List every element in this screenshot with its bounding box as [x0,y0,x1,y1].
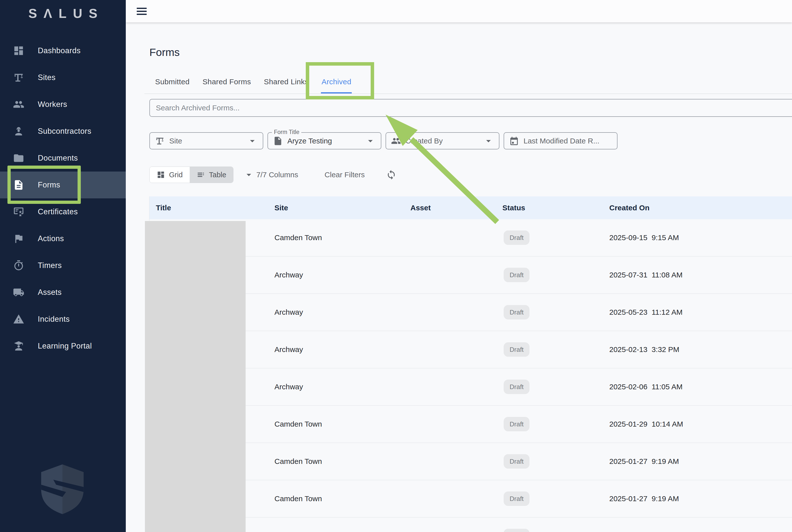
sidebar-item-label: Learning Portal [38,342,92,350]
table-row[interactable]: Archway Draft 2025-02-13 3:32 PM [149,331,792,368]
people-icon [391,136,401,146]
sidebar-item[interactable]: Learning Portal [0,332,126,359]
cell-created-on: 2025-05-23 11:12 AM [609,308,683,317]
tab-label: Shared Links [264,78,309,86]
sidebar-item[interactable]: Workers [0,91,126,118]
table-row[interactable]: Camden Town Draft 2025-01-29 10:14 AM [149,406,792,443]
folder-icon [13,152,24,164]
cell-site: Archway [274,383,303,391]
sidebar-item[interactable]: Sites [0,64,126,91]
status-badge: Draft [504,454,529,469]
status-badge: Draft [504,305,529,320]
sidebar: SΛLUS Dashboards Sites Workers [0,0,126,532]
tabs-divider [144,93,792,94]
view-toggle: Grid Table [149,167,233,183]
cell-created-on: 2025-09-15 9:15 AM [609,233,679,242]
filter-label: Aryze Testing [287,137,365,145]
status-badge: Draft [504,342,529,357]
status-badge: Draft [504,380,529,394]
dashboard-icon [13,45,24,56]
sidebar-item-label: Sites [38,73,55,82]
filter-dropdown[interactable]: Created By [386,132,499,149]
filter-dropdown[interactable]: Site [149,132,263,149]
certificate-icon [13,206,24,217]
annotation-highlight-archived-tab [306,62,374,99]
crane-icon [155,136,165,146]
sidebar-item-label: Assets [38,288,62,297]
cell-site: Camden Town [274,420,322,428]
filter-dropdown[interactable]: Form Title Aryze Testing [268,132,381,149]
menu-icon[interactable] [137,6,147,16]
columns-dropdown-icon[interactable] [244,169,254,180]
sidebar-item[interactable]: Actions [0,225,126,252]
cell-site: Camden Town [274,457,322,466]
table-row[interactable]: Archway Draft 2025-07-31 11:08 AM [149,256,792,294]
table-row[interactable]: Camden Town Draft 2025-09-15 9:15 AM [149,219,792,256]
sidebar-item-label: Incidents [38,315,70,324]
column-header-created-on: Created On [609,204,650,212]
table-row-partial[interactable]: Draft [149,518,792,532]
cell-created-on: 2025-02-13 3:32 PM [609,345,679,354]
sidebar-item[interactable]: Timers [0,252,126,279]
tab-label: Shared Forms [202,78,251,86]
sidebar-item-label: Workers [38,100,67,109]
table-list-icon [197,171,205,179]
engineer-icon [13,126,24,137]
cell-created-on: 2025-01-27 9:19 AM [609,494,679,503]
graduate-icon [13,340,24,352]
cell-created-on: 2025-01-29 10:14 AM [609,420,683,428]
tab[interactable]: Submitted [149,70,196,94]
people-icon [13,99,24,110]
table-row[interactable]: Archway Draft 2025-05-23 11:12 AM [149,294,792,331]
search-box [149,99,792,117]
columns-selector[interactable]: 7/7 Columns [256,171,298,179]
status-badge: Draft [504,492,529,506]
view-toolbar: Grid Table 7/7 Columns Clear Filters [149,167,397,183]
sidebar-item-label: Actions [38,234,64,243]
table-view-button[interactable]: Table [190,167,233,183]
cell-site: Archway [274,308,303,317]
sidebar-item-label: Subcontractors [38,127,92,136]
cell-created-on: 2025-07-31 11:08 AM [609,271,683,279]
annotation-highlight-forms [7,166,81,204]
doc-icon [273,136,283,146]
filter-label: Last Modified Date R... [523,137,612,145]
sidebar-item[interactable]: Incidents [0,306,126,332]
redacted-region [145,221,246,532]
column-header-status: Status [502,204,525,212]
truck-icon [13,287,24,298]
cell-created-on: 2025-01-27 9:19 AM [609,457,679,466]
table-row[interactable]: Camden Town Draft 2025-01-27 9:19 AM [149,480,792,518]
filter-row: Site Form Title Aryze Testing Created By [149,132,618,149]
chevron-down-icon [365,135,376,147]
sidebar-item[interactable]: Subcontractors [0,118,126,145]
refresh-icon[interactable] [386,170,397,180]
salus-shield-watermark [39,464,85,514]
filter-dropdown[interactable]: Last Modified Date R... [504,132,618,149]
column-header-asset: Asset [410,204,431,212]
tab-label: Submitted [155,78,190,86]
table-row[interactable]: Camden Town Draft 2025-01-27 9:19 AM [149,443,792,480]
chevron-down-icon [247,135,258,147]
cell-site: Archway [274,345,303,354]
flag-icon [13,233,24,244]
cell-site: Camden Town [274,494,322,503]
cell-site: Archway [274,271,303,279]
status-badge: Draft [504,230,529,245]
status-badge: Draft [504,529,529,532]
sidebar-item[interactable]: Dashboards [0,37,126,64]
column-header-title: Title [156,204,171,212]
filter-label: Site [169,137,247,145]
sidebar-item[interactable]: Assets [0,279,126,306]
sidebar-item-label: Documents [38,154,78,163]
clear-filters-button[interactable]: Clear Filters [323,170,366,179]
table-row[interactable]: Archway Draft 2025-02-06 11:05 AM [149,368,792,406]
chevron-down-icon [483,135,494,147]
topbar [126,0,792,22]
table-header: Title Site Asset Status Created On [149,196,792,219]
grid-view-button[interactable]: Grid [150,167,190,183]
sidebar-item-label: Dashboards [38,46,80,55]
search-input[interactable] [150,99,792,116]
status-badge: Draft [504,268,529,282]
tab[interactable]: Shared Forms [196,70,257,94]
